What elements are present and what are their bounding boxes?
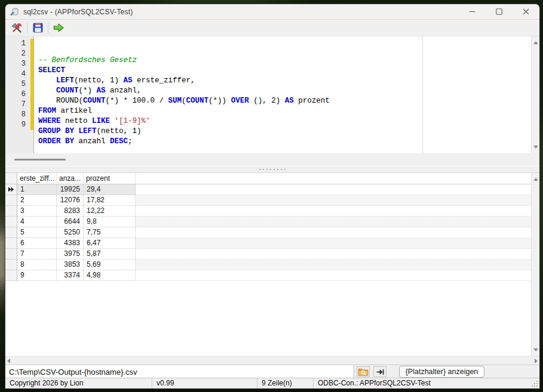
row-header[interactable] [5,206,17,217]
statusbar-version: v0.99 [152,378,257,388]
row-header[interactable] [5,260,17,270]
window-title: sql2csv - (APPforSQL2CSV-Test) [23,8,133,16]
sql-editor[interactable]: 123456789 -- Benfordsches GesetzSELECT L… [5,36,539,153]
table-cell[interactable]: 4,98 [84,270,136,281]
scroll-up-icon[interactable] [533,178,538,181]
table-row[interactable]: 3828312,22 [5,206,531,217]
open-output-button[interactable] [373,366,386,377]
scroll-left-icon[interactable] [7,359,10,363]
table-cell[interactable]: 3975 [57,249,84,260]
close-button[interactable] [513,4,539,19]
row-header[interactable] [5,270,17,281]
gutter-numbers: 123456789 [5,36,33,130]
code-line[interactable]: FROM artikel [38,106,531,116]
table-row[interactable]: 552507,75 [5,227,531,238]
statusbar: Copyright 2026 by Lion v0.99 9 Zeile(n) … [5,378,539,388]
column-header[interactable]: prozent [84,173,136,184]
table-cell[interactable]: 4383 [57,238,84,249]
code-line[interactable]: LEFT(netto, 1) AS erste_ziffer, [38,76,531,86]
table-cell[interactable]: 5,69 [84,260,136,270]
editor-gutter: 123456789 [5,36,34,153]
output-path-bar: {Platzhalter} anzeigen [5,365,539,378]
table-cell[interactable]: 2 [17,195,57,206]
browse-folder-button[interactable] [357,366,370,377]
table-row[interactable]: 838535,69 [5,260,531,270]
hscroll-thumb[interactable] [14,159,66,160]
editor-horizontal-scrollbar[interactable] [5,153,539,166]
code-line[interactable]: GROUP BY LEFT(netto, 1) [38,126,531,137]
grid-vertical-scrollbar[interactable] [531,173,539,356]
csv-output-path-input[interactable] [5,365,354,378]
table-cell[interactable]: 17,82 [84,195,136,206]
table-cell[interactable]: 8 [17,260,57,270]
table-cell[interactable]: 6644 [57,217,84,227]
column-header[interactable]: erste_ziff... [17,173,57,184]
table-cell[interactable]: 12076 [57,195,84,206]
table-cell[interactable]: 19925 [57,184,84,195]
row-filler [136,238,531,249]
table-cell[interactable]: 3374 [57,270,84,281]
run-icon [52,22,65,33]
table-cell[interactable]: 5,87 [84,249,136,260]
table-cell[interactable]: 6 [17,238,57,249]
run-button[interactable] [51,21,66,35]
table-row[interactable]: 11992529,4 [5,184,531,195]
table-cell[interactable]: 12,22 [84,206,136,217]
code-area[interactable]: -- Benfordsches GesetzSELECT LEFT(netto,… [35,36,531,153]
row-header[interactable] [5,195,17,206]
statusbar-copyright: Copyright 2026 by Lion [5,378,152,388]
column-header[interactable]: anza... [57,173,84,184]
minimize-icon [469,8,475,15]
table-row[interactable]: 933744,98 [5,270,531,281]
code-line[interactable]: WHERE netto LIKE '[1-9]%' [38,116,531,126]
grid-horizontal-scrollbar[interactable] [5,356,539,365]
row-header[interactable] [5,217,17,227]
table-cell[interactable]: 1 [17,184,57,195]
minimize-button[interactable] [459,4,486,19]
row-header[interactable] [5,184,17,195]
folder-search-icon [358,368,369,376]
code-line[interactable]: ORDER BY anzahl DESC; [38,137,531,147]
editor-vertical-scrollbar[interactable] [531,36,539,153]
table-cell[interactable]: 3 [17,206,57,217]
code-line[interactable]: ROUND(COUNT(*) * 100.0 / SUM(COUNT(*)) O… [38,96,531,106]
table-row[interactable]: 466449,8 [5,217,531,227]
row-filler [136,260,531,270]
row-header[interactable] [5,227,17,238]
table-cell[interactable]: 8283 [57,206,84,217]
row-filler [136,270,531,281]
table-row[interactable]: 21207617,82 [5,195,531,206]
table-cell[interactable]: 7,75 [84,227,136,238]
table-cell[interactable]: 9 [17,270,57,281]
splitter-handle[interactable] [5,166,539,173]
code-line[interactable]: SELECT [38,66,531,76]
table-row[interactable]: 739755,87 [5,249,531,260]
table-cell[interactable]: 5250 [57,227,84,238]
scroll-down-icon[interactable] [533,348,538,351]
app-icon [10,7,19,17]
save-button[interactable] [30,21,45,35]
maximize-button[interactable] [486,4,513,19]
code-line[interactable]: -- Benfordsches Gesetz [38,55,531,66]
code-line[interactable]: COUNT(*) AS anzahl, [38,86,531,96]
table-cell[interactable]: 9,8 [84,217,136,227]
scroll-right-icon[interactable] [535,359,538,363]
titlebar[interactable]: sql2csv - (APPforSQL2CSV-Test) [5,4,539,20]
table-cell[interactable]: 5 [17,227,57,238]
row-header[interactable] [5,238,17,249]
scroll-down-icon[interactable] [533,146,538,149]
show-placeholders-button[interactable]: {Platzhalter} anzeigen [399,366,484,378]
resize-grip[interactable] [531,380,538,387]
table-cell[interactable]: 7 [17,249,57,260]
table-cell[interactable]: 29,4 [84,184,136,195]
table-cell[interactable]: 4 [17,217,57,227]
scroll-up-icon[interactable] [533,41,538,44]
settings-button[interactable] [9,21,24,35]
line-number: 5 [5,79,26,89]
table-cell[interactable]: 3853 [57,260,84,270]
table-cell[interactable]: 6,47 [84,238,136,249]
grid-corner-cell[interactable] [5,173,17,184]
line-number: 7 [5,100,26,110]
row-header[interactable] [5,249,17,260]
table-row[interactable]: 643836,47 [5,238,531,249]
